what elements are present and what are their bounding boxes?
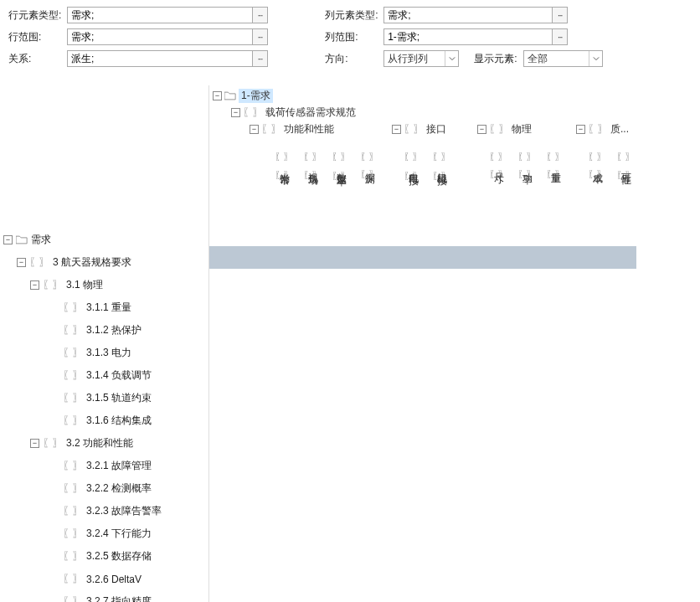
collapse-toggle[interactable]: −	[17, 258, 26, 267]
matrix-cell[interactable]	[494, 246, 522, 269]
matrix-cell[interactable]	[238, 404, 266, 427]
col-leaf-spectrum[interactable]: 〖〗光谱带〖〗	[275, 151, 293, 182]
matrix-cell[interactable]	[209, 495, 238, 517]
matrix-cell[interactable]	[494, 404, 522, 427]
matrix-cell[interactable]	[466, 337, 494, 359]
matrix-cell[interactable]	[466, 563, 494, 585]
matrix-cell[interactable]	[352, 563, 380, 585]
matrix-cell[interactable]	[380, 246, 409, 269]
matrix-cell[interactable]	[551, 517, 579, 540]
matrix-cell[interactable]	[466, 382, 494, 404]
matrix-cell[interactable]	[295, 540, 323, 563]
row-element-type-field[interactable]: ···	[67, 7, 268, 23]
col-leaf-size[interactable]: 〖〗尺寸〖〗	[489, 151, 507, 181]
matrix-cell[interactable]	[352, 246, 380, 269]
matrix-cell[interactable]	[352, 450, 380, 472]
relation-input[interactable]	[68, 51, 252, 66]
relation-field[interactable]: ···	[67, 50, 268, 67]
matrix-cell[interactable]	[295, 517, 323, 540]
matrix-cell[interactable]	[551, 404, 579, 427]
matrix-cell[interactable]	[409, 404, 437, 427]
matrix-cell[interactable]	[352, 472, 380, 495]
matrix-cell[interactable]	[522, 540, 551, 563]
matrix-cell[interactable]	[466, 585, 494, 602]
matrix-cell[interactable]	[409, 472, 437, 495]
row-tree-item[interactable]: 〖〗3.2.7 指向精度	[0, 590, 208, 602]
matrix-cell[interactable]	[608, 404, 636, 427]
matrix-cell[interactable]	[608, 291, 636, 314]
matrix-cell[interactable]	[266, 404, 295, 427]
matrix-cell[interactable]	[494, 269, 522, 291]
matrix-cell[interactable]	[466, 246, 494, 269]
matrix-cell[interactable]	[551, 291, 579, 314]
matrix-cell[interactable]	[437, 382, 466, 404]
matrix-cell[interactable]	[409, 563, 437, 585]
matrix-cell[interactable]	[266, 540, 295, 563]
matrix-cell[interactable]	[579, 246, 608, 269]
row-scope-field[interactable]: ···	[67, 28, 268, 45]
matrix-cell[interactable]	[323, 382, 352, 404]
row-tree-item[interactable]: 〖〗3.1.3 电力	[0, 342, 208, 364]
row-tree-item[interactable]: 〖〗3.2.2 检测概率	[0, 477, 208, 500]
col-element-type-input[interactable]	[384, 8, 552, 23]
matrix-cell[interactable]	[522, 472, 551, 495]
matrix-cell[interactable]	[209, 246, 238, 269]
row-tree-item[interactable]: 〖〗3.1.1 重量	[0, 296, 208, 319]
matrix-cell[interactable]	[494, 540, 522, 563]
matrix-cell[interactable]	[494, 495, 522, 517]
matrix-cell[interactable]	[466, 359, 494, 382]
matrix-cell[interactable]	[323, 359, 352, 382]
matrix-cell[interactable]	[295, 246, 323, 269]
matrix-cell[interactable]	[209, 585, 238, 602]
matrix-cell[interactable]	[522, 246, 551, 269]
matrix-cell[interactable]	[266, 382, 295, 404]
col-leaf-eiface[interactable]: 〖〗电气接口〖〗	[404, 151, 422, 183]
matrix-cell[interactable]	[295, 563, 323, 585]
col-scope-browse-button[interactable]: ···	[552, 29, 567, 44]
matrix-cell[interactable]	[579, 291, 608, 314]
matrix-cell[interactable]	[238, 382, 266, 404]
matrix-cell[interactable]	[323, 314, 352, 337]
matrix-cell[interactable]	[238, 246, 266, 269]
collapse-toggle[interactable]: −	[213, 91, 222, 100]
matrix-cell[interactable]	[579, 585, 608, 602]
matrix-cell[interactable]	[522, 269, 551, 291]
matrix-cell[interactable]	[437, 291, 466, 314]
collapse-toggle[interactable]: −	[477, 125, 486, 134]
matrix-cell[interactable]	[295, 359, 323, 382]
row-tree-item[interactable]: 〖〗3.2.6 DeltaV	[0, 568, 208, 590]
matrix-cell[interactable]	[522, 563, 551, 585]
matrix-cell[interactable]	[238, 517, 266, 540]
matrix-cell[interactable]	[522, 359, 551, 382]
matrix-cell[interactable]	[466, 540, 494, 563]
matrix-cell[interactable]	[266, 291, 295, 314]
matrix-cell[interactable]	[323, 517, 352, 540]
col-leaf-miface[interactable]: 〖〗机械接口〖〗	[432, 151, 450, 183]
row-tree-item[interactable]: 〖〗3.1.6 结构集成	[0, 409, 208, 432]
matrix-cell[interactable]	[579, 337, 608, 359]
matrix-cell[interactable]	[238, 314, 266, 337]
matrix-cell[interactable]	[551, 427, 579, 450]
matrix-cell[interactable]	[295, 314, 323, 337]
matrix-cell[interactable]	[466, 495, 494, 517]
row-tree-item[interactable]: 〖〗3.1.5 轨道约束	[0, 387, 208, 409]
matrix-cell[interactable]	[266, 427, 295, 450]
matrix-cell[interactable]	[266, 585, 295, 602]
matrix-cell[interactable]	[295, 472, 323, 495]
matrix-cell[interactable]	[522, 291, 551, 314]
matrix-cell[interactable]	[266, 269, 295, 291]
matrix-cell[interactable]	[352, 337, 380, 359]
matrix-cell[interactable]	[380, 585, 409, 602]
relation-browse-button[interactable]: ···	[252, 51, 267, 66]
matrix-cell[interactable]	[466, 269, 494, 291]
matrix-cell[interactable]	[437, 359, 466, 382]
collapse-toggle[interactable]: −	[250, 125, 259, 134]
matrix-cell[interactable]	[608, 427, 636, 450]
matrix-cell[interactable]	[380, 427, 409, 450]
matrix-cell[interactable]	[323, 540, 352, 563]
matrix-cell[interactable]	[238, 472, 266, 495]
matrix-cell[interactable]	[352, 517, 380, 540]
matrix-cell[interactable]	[352, 269, 380, 291]
matrix-cell[interactable]	[323, 495, 352, 517]
matrix-cell[interactable]	[608, 246, 636, 269]
